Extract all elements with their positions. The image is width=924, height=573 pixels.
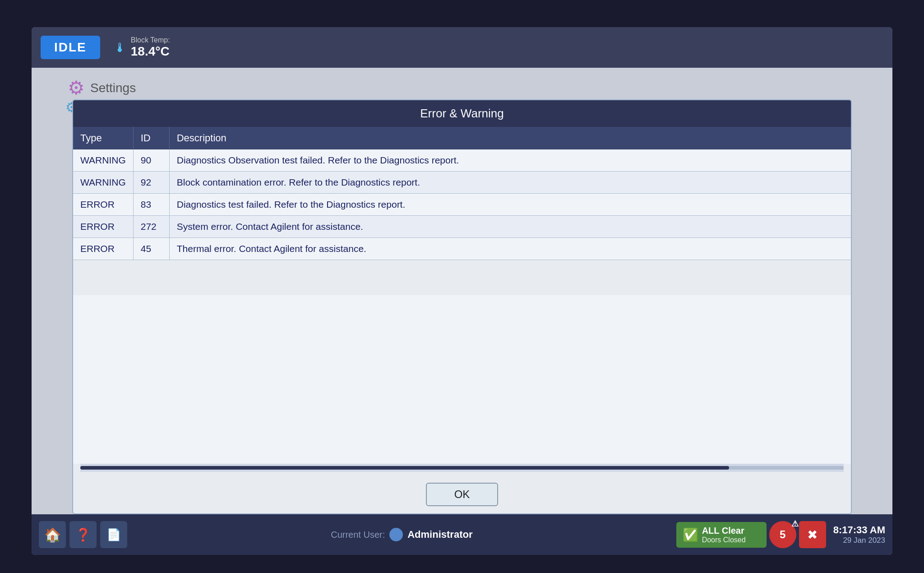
cell-id: 45 bbox=[133, 238, 169, 260]
error-warning-dialog: Error & Warning Type ID Description WARN… bbox=[72, 99, 852, 514]
col-header-description: Description bbox=[169, 127, 851, 149]
alert-count-badge[interactable]: 5 ⚠ bbox=[769, 521, 796, 548]
cell-id: 83 bbox=[133, 194, 169, 216]
dialog-footer: OK bbox=[73, 475, 851, 513]
table-wrapper: Type ID Description WARNING 90 Diagnosti… bbox=[73, 127, 851, 295]
thermometer-icon: 🌡 bbox=[114, 40, 126, 55]
top-bar: IDLE 🌡 Block Temp: 18.4°C bbox=[32, 27, 892, 68]
cell-type: WARNING bbox=[73, 149, 133, 172]
empty-rows-area bbox=[73, 295, 851, 464]
block-temp-value: 18.4°C bbox=[131, 44, 170, 59]
cell-id: 92 bbox=[133, 172, 169, 194]
gear-icon-large: ⚙ bbox=[68, 77, 85, 99]
table-row: WARNING 92 Block contamination error. Re… bbox=[73, 172, 851, 194]
taskbar-center: Current User: Administrator bbox=[127, 528, 676, 541]
disconnect-badge[interactable]: ✖ bbox=[799, 521, 826, 548]
clock-date: 29 Jan 2023 bbox=[833, 536, 885, 545]
taskbar: 🏠 ❓ 📄 Current User: Administrator ✅ ALL … bbox=[32, 514, 892, 555]
all-clear-text: ALL Clear Doors Closed bbox=[702, 526, 746, 544]
current-user-value: Administrator bbox=[407, 529, 472, 540]
ok-button[interactable]: OK bbox=[426, 483, 498, 506]
dialog-title: Error & Warning bbox=[73, 100, 851, 127]
cell-description: Block contamination error. Refer to the … bbox=[169, 172, 851, 194]
col-header-type: Type bbox=[73, 127, 133, 149]
cell-description: System error. Contact Agilent for assist… bbox=[169, 216, 851, 238]
scrollbar-thumb bbox=[80, 466, 729, 470]
document-button[interactable]: 📄 bbox=[100, 521, 127, 548]
cell-type: ERROR bbox=[73, 238, 133, 260]
main-content: ⚙ Settings ⚙ Error & Warning Type ID Des… bbox=[32, 68, 892, 528]
settings-background: ⚙ Settings bbox=[68, 77, 136, 99]
block-temp-label: Block Temp: bbox=[131, 36, 170, 44]
cell-type: ERROR bbox=[73, 194, 133, 216]
clock-time: 8:17:33 AM bbox=[833, 524, 885, 536]
error-table: Type ID Description WARNING 90 Diagnosti… bbox=[73, 127, 851, 260]
scrollbar-area[interactable] bbox=[80, 464, 844, 472]
taskbar-right: ✅ ALL Clear Doors Closed 5 ⚠ ✖ 8:17:33 A… bbox=[676, 521, 885, 548]
scrollbar-track bbox=[80, 466, 844, 470]
block-temp-display: 🌡 Block Temp: 18.4°C bbox=[114, 36, 170, 59]
idle-status-badge: IDLE bbox=[41, 36, 100, 59]
col-header-id: ID bbox=[133, 127, 169, 149]
table-row: ERROR 272 System error. Contact Agilent … bbox=[73, 216, 851, 238]
taskbar-left: 🏠 ❓ 📄 bbox=[39, 521, 127, 548]
taskbar-clock: 8:17:33 AM 29 Jan 2023 bbox=[833, 524, 885, 545]
cell-id: 90 bbox=[133, 149, 169, 172]
cell-description: Diagnostics test failed. Refer to the Di… bbox=[169, 194, 851, 216]
home-button[interactable]: 🏠 bbox=[39, 521, 66, 548]
cell-type: WARNING bbox=[73, 172, 133, 194]
cell-type: ERROR bbox=[73, 216, 133, 238]
table-row: ERROR 45 Thermal error. Contact Agilent … bbox=[73, 238, 851, 260]
dialog-body: Type ID Description WARNING 90 Diagnosti… bbox=[73, 127, 851, 475]
alert-count: 5 bbox=[780, 528, 785, 541]
user-avatar bbox=[389, 528, 403, 541]
table-header-row: Type ID Description bbox=[73, 127, 851, 149]
cell-id: 272 bbox=[133, 216, 169, 238]
all-clear-title: ALL Clear bbox=[702, 526, 746, 536]
all-clear-icon: ✅ bbox=[683, 527, 698, 542]
table-row: ERROR 83 Diagnostics test failed. Refer … bbox=[73, 194, 851, 216]
help-button[interactable]: ❓ bbox=[69, 521, 97, 548]
cell-description: Thermal error. Contact Agilent for assis… bbox=[169, 238, 851, 260]
table-row: WARNING 90 Diagnostics Observation test … bbox=[73, 149, 851, 172]
current-user-label: Current User: bbox=[331, 530, 385, 540]
warning-triangle-icon: ⚠ bbox=[791, 519, 799, 529]
disconnect-icon: ✖ bbox=[807, 527, 818, 542]
cell-description: Diagnostics Observation test failed. Ref… bbox=[169, 149, 851, 172]
settings-label: Settings bbox=[90, 81, 136, 95]
all-clear-badge: ✅ ALL Clear Doors Closed bbox=[676, 522, 767, 548]
all-clear-sub: Doors Closed bbox=[702, 536, 746, 544]
